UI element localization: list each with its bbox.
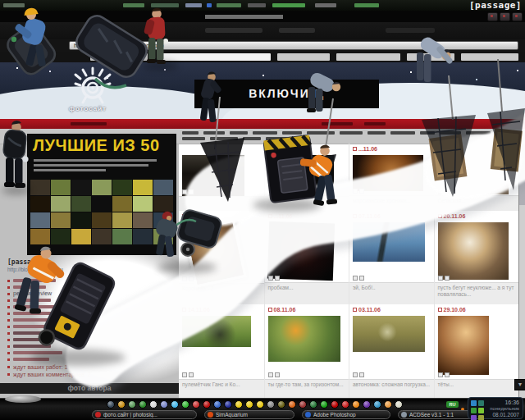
photosight-logo-icon[interactable] [69, 64, 116, 107]
quick-launch-icon[interactable] [171, 400, 179, 409]
quick-launch-icon[interactable] [309, 400, 317, 409]
mosaic-thumbnail[interactable] [71, 229, 91, 244]
taskbar-button-acdsee[interactable]: ACDSee v3.1 - 1:1 [398, 410, 473, 419]
taskbar-button-photoshop[interactable]: Adobe Photoshop [302, 410, 390, 419]
sidebar-menu-item[interactable] [7, 297, 171, 304]
start-orb[interactable] [5, 395, 41, 403]
photo-thumbnail[interactable] [268, 316, 340, 362]
category-link[interactable] [210, 137, 238, 140]
quick-launch-icon[interactable] [288, 400, 296, 409]
photo-thumbnail[interactable] [438, 316, 489, 375]
photo-caption[interactable]: Мои... [265, 196, 349, 211]
comments-icon[interactable] [438, 276, 443, 281]
photo-cell[interactable]: 08.11.06 ты где-то там, за горизонтом... [264, 304, 349, 398]
tray-icon[interactable] [471, 408, 477, 413]
bookmark-item[interactable] [407, 53, 454, 61]
photo-cell[interactable]: 14.11.06 пулемётчик Ганс и Ко... [179, 304, 264, 398]
category-link[interactable] [266, 137, 287, 140]
quick-launch-icon[interactable] [128, 400, 136, 409]
mosaic-thumbnail[interactable] [112, 212, 132, 228]
mosaic-thumbnail[interactable] [92, 212, 112, 228]
photo-caption[interactable]: Сельская... [435, 195, 519, 211]
taskbar[interactable]: RU фото.сайт | photosig... SimAquarium A… [0, 398, 525, 420]
views-icon[interactable] [445, 276, 450, 281]
category-link[interactable] [253, 131, 277, 135]
category-link[interactable] [368, 131, 386, 135]
taskbar-button-simaquarium[interactable]: SimAquarium [204, 410, 294, 419]
mosaic-thumbnail[interactable] [153, 196, 173, 212]
photo-thumbnail[interactable] [438, 222, 509, 280]
photo-caption[interactable]: ты где-то там, за горизонтом... [265, 379, 349, 398]
sidebar-menu-item[interactable] [7, 323, 171, 330]
comments-icon[interactable] [182, 276, 187, 281]
category-link[interactable] [495, 131, 515, 135]
mosaic-thumbnail[interactable] [51, 180, 71, 195]
sidebar-menu-item[interactable] [7, 343, 171, 349]
mosaic-thumbnail[interactable] [133, 196, 153, 212]
quick-launch-icon[interactable] [107, 400, 115, 409]
quick-launch-icon[interactable] [149, 400, 158, 409]
sidebar-menu-item[interactable] [7, 336, 171, 343]
mosaic-thumbnail[interactable] [133, 229, 153, 244]
tray-icon[interactable] [471, 415, 477, 420]
views-icon[interactable] [359, 189, 364, 194]
category-link[interactable] [182, 137, 205, 140]
photo-caption[interactable]: пусть бегут неуклюже... а я тут поваляла… [435, 282, 519, 304]
quick-launch-icon[interactable] [181, 400, 189, 409]
menu-item[interactable] [322, 122, 353, 126]
bookmark-item[interactable] [90, 53, 148, 61]
quick-launch-icon[interactable] [139, 400, 147, 409]
pending-comments-counter[interactable]: ждут ваших комментариев: 2 [7, 371, 91, 377]
toolbar-item[interactable] [205, 28, 262, 33]
views-icon[interactable] [359, 276, 364, 281]
tray-icon[interactable] [478, 400, 484, 406]
photo-cell[interactable]: 20.11.06 пусть бегут неуклюже... а я тут… [434, 211, 519, 304]
mosaic-thumbnail[interactable] [51, 212, 71, 228]
quick-launch-icon[interactable] [341, 400, 349, 409]
photo-cell[interactable]: ...11.06 марсианские хроники... [349, 144, 434, 211]
photo-caption[interactable]: пробкам... [265, 282, 349, 304]
photo-caption[interactable]: марсианские хроники... [349, 195, 434, 211]
mosaic-thumbnail[interactable] [153, 180, 173, 195]
mosaic-thumbnail[interactable] [133, 180, 153, 195]
ad-banner[interactable]: ВКЛЮЧИ Ц [194, 80, 379, 108]
comments-icon[interactable] [268, 276, 273, 281]
mosaic-thumbnail[interactable] [51, 196, 71, 212]
comments-icon[interactable] [438, 189, 443, 194]
category-link[interactable] [390, 131, 415, 135]
category-link[interactable] [182, 131, 199, 135]
quick-launch-icon[interactable] [373, 400, 381, 409]
category-link[interactable] [230, 131, 248, 135]
address-input[interactable]: http://www.photosight.ru/image.php [69, 41, 518, 50]
quick-launch-icon[interactable] [363, 400, 371, 409]
photo-thumbnail[interactable] [353, 155, 423, 191]
comments-icon[interactable] [268, 189, 273, 194]
maximize-button[interactable] [500, 12, 510, 21]
system-tray[interactable]: 16:36 понедельник 08.01.2007 [468, 397, 523, 419]
mosaic-thumbnail[interactable] [71, 212, 91, 228]
scrollbar-thumb[interactable] [519, 135, 525, 205]
photo-thumbnail[interactable] [267, 221, 334, 281]
scroll-down-button[interactable]: ▼ [514, 379, 525, 390]
category-link[interactable] [340, 131, 363, 135]
author-photos-bar[interactable]: фото автора [0, 383, 179, 394]
bookmark-item[interactable] [277, 53, 330, 61]
photo-cell[interactable]: 03.11.06 автономка: сложная погрузка... [349, 304, 434, 398]
views-icon[interactable] [189, 372, 194, 377]
sidebar-menu-item[interactable] [7, 330, 171, 336]
comments-icon[interactable] [182, 372, 187, 377]
bookmark-item[interactable] [461, 53, 518, 61]
mosaic-thumbnail[interactable] [92, 196, 112, 212]
site-logo-wordmark[interactable]: фотосайт [69, 105, 107, 112]
photo-caption[interactable] [179, 196, 264, 211]
browser-titlebar[interactable] [0, 11, 525, 22]
toolbar-item[interactable] [279, 28, 315, 33]
quick-launch-icon[interactable] [256, 400, 264, 409]
sidebar-menu-item[interactable]: режим preview [7, 290, 171, 297]
quick-launch-icon[interactable] [235, 400, 243, 409]
quick-launch-icon[interactable] [384, 400, 392, 409]
sidebar-menu-item[interactable] [7, 310, 171, 317]
mosaic-thumbnail[interactable] [92, 180, 112, 195]
mosaic-thumbnail[interactable] [71, 180, 91, 195]
quick-launch-icon[interactable] [213, 400, 221, 409]
